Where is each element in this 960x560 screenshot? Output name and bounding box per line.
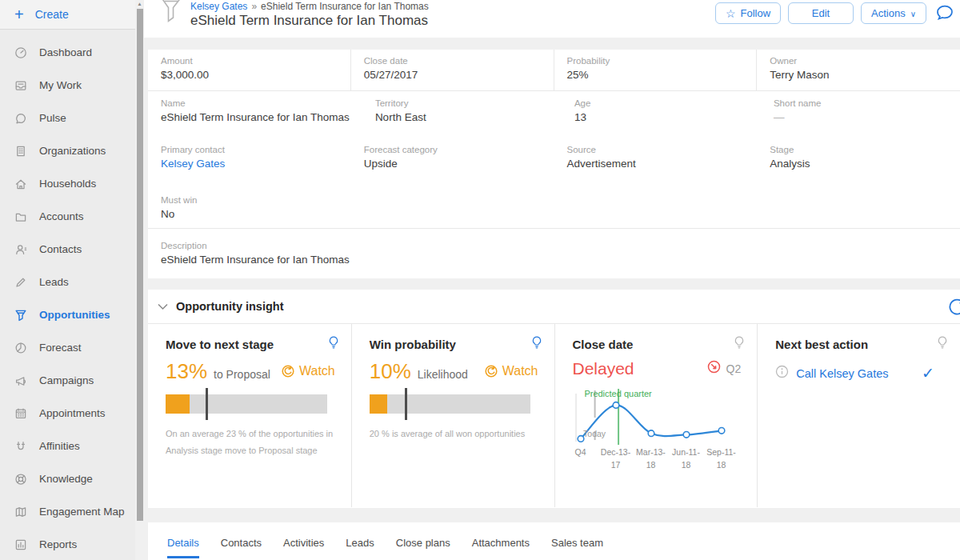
breadcrumb-separator: » — [251, 1, 257, 12]
field-close-date: Close date 05/27/2017 — [351, 50, 554, 90]
sidebar-item-forecast[interactable]: Forecast — [0, 331, 144, 364]
sidebar-item-knowledge[interactable]: Knowledge — [0, 462, 144, 495]
sidebar-item-my-work[interactable]: My Work — [0, 69, 144, 102]
edit-button[interactable]: Edit — [788, 2, 854, 24]
card-title: Move to next stage — [166, 338, 335, 351]
field-short-name: Short name — — [761, 91, 960, 138]
detail-tabs-panel: Details Contacts Activities Leads Close … — [148, 522, 960, 560]
page-title: eShield Term Insurance for Ian Thomas — [190, 13, 429, 29]
watch-link[interactable]: Watch — [281, 364, 335, 378]
tab-activities[interactable]: Activities — [283, 537, 324, 556]
record-header: Kelsey Gates»eShield Term Insurance for … — [144, 0, 960, 38]
next-action-row: Call Kelsey Gates ✓ — [775, 364, 944, 382]
lightbulb-icon — [734, 336, 745, 353]
field-owner: Owner Terry Mason — [757, 50, 960, 90]
sidebar-item-campaigns[interactable]: Campaigns — [0, 364, 144, 397]
likelihood-progress-bar — [370, 394, 530, 414]
house-icon — [14, 177, 28, 191]
record-heading: Kelsey Gates»eShield Term Insurance for … — [190, 0, 429, 38]
win-probability-percent: 10% — [370, 359, 411, 384]
magnet-icon — [14, 439, 28, 454]
sidebar-item-organizations[interactable]: Organizations — [0, 134, 144, 167]
breadcrumb: Kelsey Gates»eShield Term Insurance for … — [190, 1, 429, 12]
building-icon — [14, 144, 28, 158]
opportunity-insight-panel: Opportunity insight Move to next stage 1… — [148, 290, 960, 508]
next-action-link[interactable]: Call Kelsey Gates — [796, 367, 888, 380]
field-forecast-category: Forecast category Upside — [351, 138, 554, 188]
actions-button[interactable]: Actions ∨ — [861, 2, 926, 24]
card-close-date: Close date Delayed Q2 — [554, 324, 758, 507]
complete-check-icon[interactable]: ✓ — [922, 364, 934, 382]
today-label: Today — [578, 429, 611, 438]
primary-contact-link[interactable]: Kelsey Gates — [161, 158, 338, 170]
app-window: + Create Dashboard My Work Pulse Organiz… — [0, 0, 960, 560]
sidebar-item-households[interactable]: Households — [0, 167, 144, 200]
progress-fill — [166, 394, 190, 414]
lifering-icon — [14, 472, 28, 486]
x-label: Sep-11-18 — [703, 446, 740, 472]
scroll-up-arrow[interactable]: ▲ — [135, 0, 144, 8]
field-age: Age 13 — [562, 91, 761, 138]
sidebar: + Create Dashboard My Work Pulse Organiz… — [0, 0, 144, 560]
card-title: Win probability — [370, 338, 538, 351]
watch-link[interactable]: Watch — [484, 364, 538, 378]
fields-row-2: Name eShield Term Insurance for Ian Thom… — [148, 91, 960, 138]
pencil-icon — [14, 275, 28, 290]
field-source: Source Advertisement — [554, 138, 758, 188]
status-row: Delayed Q2 — [573, 359, 742, 378]
predicted-quarter-badge: Q2 — [726, 362, 742, 375]
sidebar-item-leads[interactable]: Leads — [0, 266, 144, 298]
fields-row-3: Primary contact Kelsey Gates Forecast ca… — [148, 138, 960, 188]
sidebar-item-contacts[interactable]: Contacts — [0, 233, 144, 266]
sidebar-nav: Dashboard My Work Pulse Organizations Ho… — [0, 30, 144, 560]
card-title: Next best action — [775, 338, 944, 351]
field-must-win: Must win No — [148, 188, 960, 228]
breadcrumb-parent-link[interactable]: Kelsey Gates — [190, 1, 247, 12]
field-primary-contact: Primary contact Kelsey Gates — [148, 138, 351, 188]
scrollbar-thumb[interactable] — [137, 9, 143, 521]
delayed-arrow-icon — [706, 359, 722, 378]
tab-details[interactable]: Details — [167, 537, 199, 558]
tab-attachments[interactable]: Attachments — [472, 537, 530, 556]
sidebar-item-create[interactable]: + Create — [0, 0, 144, 30]
speech-bubble-icon — [14, 111, 28, 126]
sidebar-item-accounts[interactable]: Accounts — [0, 200, 144, 233]
predicted-quarter-label: Predicted quarter — [578, 389, 658, 398]
insight-title: Opportunity insight — [176, 300, 284, 313]
follow-button[interactable]: ☆ Follow — [715, 2, 781, 24]
tab-contacts[interactable]: Contacts — [221, 537, 262, 556]
sidebar-scrollbar[interactable]: ▲ — [135, 0, 144, 560]
collapse-chevron-icon[interactable] — [158, 303, 168, 310]
field-description: Description eShield Term Insurance for I… — [148, 229, 960, 278]
tab-close-plans[interactable]: Close plans — [396, 537, 450, 556]
chevron-down-icon: ∨ — [910, 10, 916, 18]
sidebar-item-affinities[interactable]: Affinities — [0, 430, 144, 462]
lightbulb-icon — [937, 336, 948, 353]
stage-progress-bar — [166, 394, 327, 414]
bar-chart-icon — [14, 538, 28, 552]
tab-leads[interactable]: Leads — [346, 537, 374, 556]
stat-row: 10% Likelihood Watch — [370, 359, 538, 384]
lightbulb-icon — [531, 336, 542, 353]
average-marker — [206, 388, 208, 420]
tab-sales-team[interactable]: Sales team — [551, 537, 603, 556]
sidebar-item-dashboard[interactable]: Dashboard — [0, 36, 144, 69]
sidebar-item-reports[interactable]: Reports — [0, 528, 144, 560]
sidebar-item-pulse[interactable]: Pulse — [0, 102, 144, 134]
field-territory: Territory North East — [362, 91, 562, 138]
megaphone-icon — [14, 374, 28, 388]
sidebar-item-engagement-map[interactable]: Engagement Map — [0, 495, 144, 528]
close-date-chart: Predicted quarter Today Q4 Dec- — [573, 389, 737, 470]
fields-row-primary: Amount $3,000.00 Close date 05/27/2017 P… — [148, 50, 960, 91]
chat-bubble-icon[interactable] — [935, 3, 954, 24]
refresh-icon[interactable] — [946, 297, 960, 321]
sidebar-item-opportunities[interactable]: Opportunities — [0, 298, 144, 331]
dashboard-icon — [14, 46, 28, 60]
card-title: Close date — [573, 338, 742, 351]
field-name: Name eShield Term Insurance for Ian Thom… — [148, 91, 362, 138]
close-date-status: Delayed — [573, 359, 634, 378]
sidebar-item-appointments[interactable]: Appointments — [0, 397, 144, 430]
info-icon[interactable] — [775, 365, 789, 382]
person-icon — [14, 242, 28, 257]
map-icon — [14, 505, 28, 519]
